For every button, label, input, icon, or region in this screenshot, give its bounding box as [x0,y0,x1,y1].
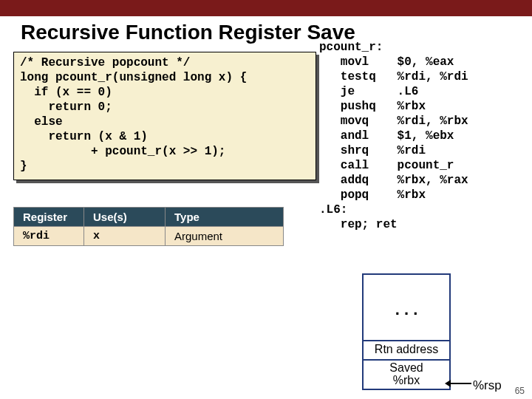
rsp-label: %rsp [473,378,502,393]
c-code-block: /* Recursive popcount */ long pcount_r(u… [13,52,316,180]
slide-top-bar [0,0,532,16]
table-row: %rdi x Argument [14,227,284,246]
stack-box: . . . Rtn address Saved %rbx [362,273,451,390]
cell-register: %rdi [14,227,84,246]
cell-use: x [84,227,166,246]
page-number: 65 [515,386,525,396]
table-header-row: Register Use(s) Type [14,208,284,227]
stack-diagram: . . . Rtn address Saved %rbx [362,273,473,390]
stack-cell-saved: Saved %rbx [364,361,449,390]
header-type: Type [166,208,284,227]
header-uses: Use(s) [84,208,166,227]
cell-type: Argument [166,227,284,246]
stack-dots: . . . [364,275,449,341]
stack-cell-rtn: Rtn address [364,341,449,361]
register-table: Register Use(s) Type %rdi x Argument [13,207,284,246]
assembly-code-block: pcount_r: movl $0, %eax testq %rdi, %rdi… [319,40,468,232]
rsp-arrow-icon [449,383,471,384]
header-register: Register [14,208,84,227]
